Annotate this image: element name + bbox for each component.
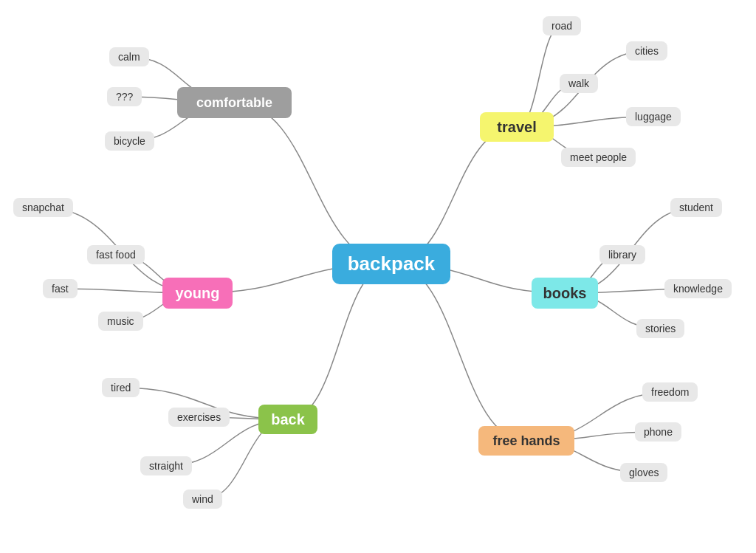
young-node: young <box>162 278 233 309</box>
calm-leaf: calm <box>109 47 149 66</box>
gloves-leaf: gloves <box>620 463 667 482</box>
meet-people-leaf: meet people <box>561 148 636 167</box>
comfortable-node: comfortable <box>177 87 292 118</box>
qqq-leaf: ??? <box>107 87 142 106</box>
cities-leaf: cities <box>626 41 667 61</box>
library-leaf: library <box>599 245 645 264</box>
student-leaf: student <box>670 198 722 217</box>
center-node: backpack <box>332 244 450 284</box>
straight-leaf: straight <box>140 456 192 475</box>
stories-leaf: stories <box>636 319 684 338</box>
exercises-leaf: exercises <box>168 408 230 427</box>
snapchat-leaf: snapchat <box>13 198 73 217</box>
music-leaf: music <box>98 312 143 331</box>
wind-leaf: wind <box>183 490 222 509</box>
freedom-leaf: freedom <box>642 382 698 402</box>
free-hands-node: free hands <box>478 426 574 456</box>
books-node: books <box>532 278 598 309</box>
knowledge-leaf: knowledge <box>664 279 732 298</box>
walk-leaf: walk <box>560 74 598 93</box>
bicycle-leaf: bicycle <box>105 131 154 151</box>
travel-node: travel <box>480 112 554 142</box>
fast-leaf: fast <box>43 279 78 298</box>
road-leaf: road <box>543 16 581 35</box>
back-node: back <box>258 405 317 434</box>
tired-leaf: tired <box>102 378 140 397</box>
fast-food-leaf: fast food <box>87 245 145 264</box>
phone-leaf: phone <box>635 422 681 442</box>
luggage-leaf: luggage <box>626 107 681 126</box>
